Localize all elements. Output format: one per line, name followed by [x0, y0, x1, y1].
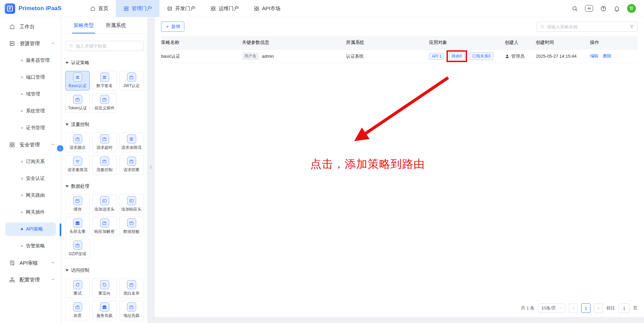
card-label: 缓存	[73, 207, 82, 212]
policy-card-response-crypto[interactable]: 响应加解密	[92, 217, 117, 236]
annotation-highlight-box: 路由0	[447, 50, 467, 62]
column-header: 关键参数信息	[242, 39, 346, 47]
sidebar-collapse-button[interactable]	[57, 145, 63, 152]
package-icon	[100, 95, 109, 104]
policy-card-service-load[interactable]: 服务负载	[92, 301, 117, 320]
policy-search-box	[536, 22, 638, 32]
goto-page-input[interactable]	[618, 303, 630, 313]
home-icon	[90, 6, 96, 11]
tab-owning-system[interactable]: 所属系统	[106, 17, 126, 33]
policy-card-flow-control[interactable]: 流量控制	[92, 155, 117, 174]
route-count-tag[interactable]: 路由0	[449, 52, 465, 60]
subscription-count-tag[interactable]: 订阅关系0	[469, 52, 493, 60]
user-avatar[interactable]: 管	[627, 4, 636, 13]
sidebar-item-cert-mgmt[interactable]: 证书管理	[5, 121, 56, 135]
search-icon[interactable]	[572, 5, 578, 12]
policy-card-data-masking[interactable]: 数据脱敏	[119, 217, 144, 236]
policy-card-gzip[interactable]: GZIP压缩	[65, 239, 90, 259]
actions-cell: 编辑 删除	[590, 53, 638, 59]
policy-card-blacklist-whitelist[interactable]: 黑白名单	[119, 278, 144, 298]
help-icon[interactable]	[600, 5, 607, 12]
section-title: 认证策略	[71, 60, 89, 66]
nav-item-ops-portal[interactable]: 运维门户	[203, 0, 246, 17]
card-label: 黑白名单	[123, 291, 140, 296]
delete-link[interactable]: 删除	[603, 53, 611, 59]
policy-card-request-timeout[interactable]: 请求超时	[92, 133, 117, 152]
policy-card-add-response-header[interactable]: 添加响应头	[119, 194, 144, 214]
policy-card-token-auth[interactable]: Token认证	[65, 93, 90, 113]
chevron-down-icon	[559, 306, 562, 310]
sidebar-group-security[interactable]: 安全管理	[5, 138, 56, 152]
policy-card-anti-replay[interactable]: 请求防重	[119, 155, 144, 174]
sidebar-item-subscriptions[interactable]: 订阅关系	[5, 155, 56, 168]
sidebar-item-port-mgmt[interactable]: 端口管理	[5, 71, 56, 84]
policy-card-header-dedup[interactable]: 头部去重	[65, 217, 90, 236]
nav-item-api-market[interactable]: API市场	[246, 0, 288, 17]
policy-type-panel: 策略类型 所属系统 认证策略 Basic认证 数字签名 JWT认证 Token认…	[61, 17, 148, 323]
stack-icon	[167, 6, 173, 11]
bullet-dot	[21, 211, 23, 213]
sidebar-item-system-mgmt[interactable]: 系统管理	[5, 104, 56, 118]
package-icon	[100, 218, 109, 227]
next-page-button[interactable]	[594, 303, 603, 313]
sidebar-item-gateway-routes[interactable]: 网关路由	[5, 189, 56, 202]
policy-card-digital-signature[interactable]: 数字签名	[92, 71, 117, 90]
section-traffic-control[interactable]: 流量控制	[65, 122, 144, 128]
sidebar-item-security-auth[interactable]: 安全认证	[5, 172, 56, 185]
sidebar-group-resources[interactable]: 资源管理	[5, 37, 56, 50]
nav-label: 开发门户	[175, 5, 195, 12]
sidebar-item-gateway-plugins[interactable]: 网关插件	[5, 206, 56, 219]
policy-name-search-input[interactable]	[547, 24, 627, 29]
sidebar-item-workbench[interactable]: 工作台	[5, 20, 56, 33]
filter-funnel-icon[interactable]	[629, 24, 634, 29]
page-size-select[interactable]: 10条/页	[538, 303, 565, 313]
policy-card-cache[interactable]: 缓存	[65, 194, 90, 214]
nav-label: 管理门户	[132, 5, 152, 12]
section-auth-policies[interactable]: 认证策略	[65, 60, 144, 66]
section-data-processing[interactable]: 数据处理	[65, 183, 144, 189]
keyword-search-input[interactable]	[76, 44, 141, 49]
org-tree-icon	[9, 277, 15, 283]
panel-collapse-button[interactable]	[149, 165, 153, 170]
policy-card-volume-limit[interactable]: 请求量限流	[65, 155, 90, 174]
api-count-tag[interactable]: API 1	[429, 53, 444, 60]
policy-card-jwt-auth[interactable]: JWT认证	[119, 71, 144, 90]
notification-bell-icon[interactable]	[614, 5, 620, 12]
sidebar-item-alert-policies[interactable]: 告警策略	[5, 239, 56, 253]
section-access-control[interactable]: 访问控制	[65, 267, 144, 273]
prev-page-button[interactable]	[569, 303, 578, 313]
policy-card-retry[interactable]: 重试	[65, 278, 90, 298]
policy-card-gray-release[interactable]: 灰度	[65, 301, 90, 320]
nav-item-admin-portal[interactable]: 管理门户	[116, 0, 159, 17]
chevron-up-icon	[51, 142, 55, 147]
policy-card-add-request-header[interactable]: 添加请求头	[92, 194, 117, 214]
goto-label: 前往	[606, 305, 615, 311]
user-icon	[505, 54, 510, 59]
package-icon	[127, 218, 136, 227]
card-label: Token认证	[68, 105, 87, 111]
sidebar-item-label: 订阅关系	[26, 159, 45, 165]
bullet-dot	[21, 110, 23, 112]
sidebar-item-api-policies[interactable]: API策略	[5, 222, 56, 236]
sidebar-item-server-mgmt[interactable]: 服务器管理	[5, 54, 56, 67]
policy-card-request-rate[interactable]: 请求频次	[65, 133, 90, 152]
policy-card-redirect[interactable]: 重定向	[92, 278, 117, 298]
sidebar-item-domain-mgmt[interactable]: 域管理	[5, 87, 56, 101]
current-page-button[interactable]: 1	[581, 303, 590, 313]
policy-card-basic-auth[interactable]: Basic认证	[65, 71, 90, 90]
policy-card-address-load[interactable]: 地址负载	[119, 301, 144, 320]
grid-icon	[254, 6, 259, 11]
sidebar-item-label: 证书管理	[26, 125, 45, 131]
tab-policy-type[interactable]: 策略类型	[73, 17, 94, 33]
policy-card-custom-plugin[interactable]: 自定义插件	[92, 93, 117, 113]
ai-assistant-icon[interactable]: AI	[585, 5, 593, 12]
nav-item-home[interactable]: 首页	[83, 0, 116, 17]
edit-link[interactable]: 编辑	[590, 53, 599, 59]
nav-item-dev-portal[interactable]: 开发门户	[159, 0, 203, 17]
sidebar-group-config-mgmt[interactable]: 配置管理	[5, 273, 56, 287]
card-label: 自定义插件	[94, 105, 115, 111]
policy-card-body-limit[interactable]: 请求体限流	[119, 133, 144, 152]
sidebar-group-api-audit[interactable]: API审核	[5, 256, 56, 270]
add-policy-button[interactable]: 新增	[161, 22, 184, 32]
policy-table: 策略名称 关键参数信息 所属系统 应用对象 创建人 创建时间 操作 basic认…	[161, 36, 638, 63]
